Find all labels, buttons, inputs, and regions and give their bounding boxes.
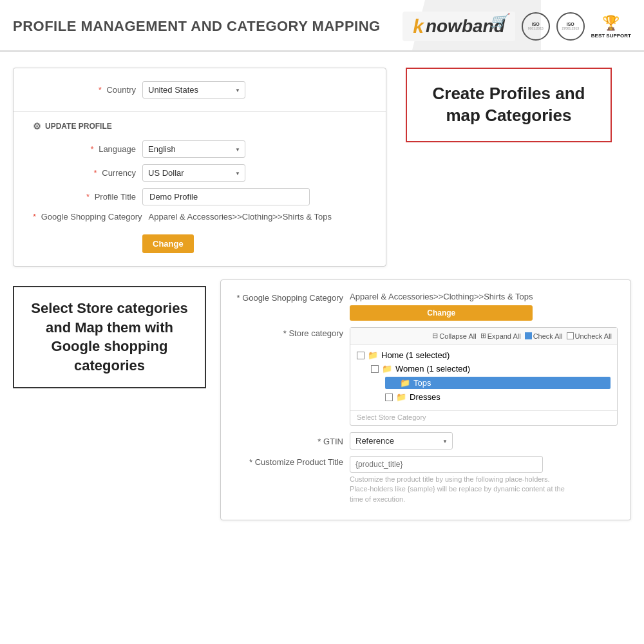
iso-badge-2: ISO 27001:2013 [556, 12, 585, 41]
country-label: * Country [33, 85, 136, 95]
page-header: PROFILE MANAGEMENT AND CATEGORY MAPPING … [0, 0, 644, 52]
iso-badge-1: ISO 9001:2015 [522, 12, 550, 41]
bottom-store-cat-row: * Store category ⊟ Collapse All ⊞ Expand… [234, 327, 618, 426]
top-section: * Country United States ⚙ UPDATE PROFILE [13, 68, 631, 267]
collapse-icon: ⊟ [432, 332, 438, 340]
country-row: * Country United States [14, 68, 386, 112]
cat-folder-home-icon: 📁 [368, 350, 378, 360]
customize-label: * Customize Product Title [234, 456, 343, 467]
cat-label-women: Women (1 selected) [395, 364, 470, 374]
update-header: ⚙ UPDATE PROFILE [33, 121, 366, 131]
bottom-section: Select Store categories and Map them wit… [13, 279, 631, 520]
header-logos: knowband 🛒 ISO 9001:2015 ISO 27001:2013 … [402, 12, 631, 41]
profile-title-row: * Profile Title [33, 188, 366, 205]
currency-label: * Currency [33, 168, 136, 178]
profile-title-input[interactable] [142, 188, 310, 205]
cat-women-sub: 📁 Tops 📁 Dresses [371, 377, 611, 402]
google-cat-label-top: * Google Shopping Category [33, 212, 142, 222]
currency-select[interactable]: US Dollar Euro [142, 164, 245, 182]
gear-icon: ⚙ [33, 121, 41, 131]
cart-icon: 🛒 [490, 13, 507, 30]
cat-label-dresses: Dresses [410, 392, 440, 402]
store-cat-toolbar: ⊟ Collapse All ⊞ Expand All Check All [350, 328, 617, 345]
customize-row: * Customize Product Title Customize the … [234, 456, 618, 504]
google-cat-row-top: * Google Shopping Category Apparel & Acc… [33, 212, 366, 222]
change-button-top[interactable]: Change [142, 234, 194, 253]
bottom-google-cat-content: Apparel & Accessories>>Clothing>>Shirts … [350, 292, 533, 321]
cat-cb-tops[interactable] [389, 379, 397, 387]
best-support-badge: 🏆 BEST SUPPORT [591, 15, 631, 39]
gtin-row: * GTIN Reference EAN UPC [234, 432, 618, 450]
cat-item-women[interactable]: 📁 Women (1 selected) [371, 363, 611, 374]
create-profiles-box: Create Profiles and map Categories [406, 68, 612, 142]
cat-cb-home[interactable] [357, 352, 365, 359]
language-select-wrapper[interactable]: English French Spanish [142, 140, 245, 158]
bottom-google-cat-label: * Google Shopping Category [234, 292, 343, 303]
profile-card: * Country United States ⚙ UPDATE PROFILE [13, 68, 386, 267]
change-button-bottom[interactable]: Change [350, 305, 533, 321]
select-store-box: Select Store categories and Map them wit… [13, 286, 206, 388]
select-store-text: Select Store categories and Map them wit… [28, 299, 191, 375]
cat-women-group: 📁 Women (1 selected) 📁 Tops [357, 363, 611, 402]
cat-label-tops: Tops [413, 378, 431, 388]
customize-hint: Customize the product title by using the… [350, 475, 569, 504]
knowband-logo: knowband 🛒 [402, 12, 515, 41]
cat-cb-women[interactable] [371, 365, 379, 373]
expand-all-btn[interactable]: ⊞ Expand All [480, 332, 521, 340]
uncheck-all-checkbox [567, 332, 574, 339]
country-select[interactable]: United States [142, 81, 245, 99]
store-cat-container: ⊟ Collapse All ⊞ Expand All Check All [350, 327, 618, 426]
customize-input[interactable] [350, 456, 543, 473]
change-btn-row: Change [33, 228, 366, 253]
check-all-checkbox [525, 332, 532, 339]
cat-item-dresses[interactable]: 📁 Dresses [385, 392, 611, 402]
update-section: ⚙ UPDATE PROFILE * Language English [14, 112, 386, 266]
collapse-all-btn[interactable]: ⊟ Collapse All [432, 332, 476, 340]
page-title: PROFILE MANAGEMENT AND CATEGORY MAPPING [13, 18, 381, 35]
bottom-google-cat-value: Apparel & Accessories>>Clothing>>Shirts … [350, 292, 533, 301]
country-form-row: * Country United States [33, 81, 366, 99]
cat-folder-tops-icon: 📁 [400, 378, 410, 388]
language-select[interactable]: English French Spanish [142, 140, 245, 158]
create-profiles-text: Create Profiles and map Categories [426, 83, 591, 127]
logo-k: k [413, 15, 424, 37]
uncheck-all-btn[interactable]: Uncheck All [567, 332, 612, 340]
cat-cb-dresses[interactable] [385, 393, 393, 401]
country-select-wrapper[interactable]: United States [142, 81, 245, 99]
gtin-select[interactable]: Reference EAN UPC [350, 432, 453, 450]
expand-icon: ⊞ [480, 332, 486, 340]
currency-select-wrapper[interactable]: US Dollar Euro [142, 164, 245, 182]
google-cat-value-top: Apparel & Accessories>>Clothing>>Shirts … [149, 212, 332, 222]
bottom-google-cat-row: * Google Shopping Category Apparel & Acc… [234, 292, 618, 321]
customize-content: Customize the product title by using the… [350, 456, 569, 504]
gtin-select-wrapper[interactable]: Reference EAN UPC [350, 432, 453, 450]
check-all-btn[interactable]: Check All [525, 332, 563, 340]
cat-item-home[interactable]: 📁 Home (1 selected) [357, 350, 611, 361]
trophy-icon: 🏆 [602, 15, 620, 32]
cat-item-tops[interactable]: 📁 Tops [385, 377, 611, 389]
language-label: * Language [33, 144, 136, 154]
profile-title-label: * Profile Title [33, 192, 136, 202]
currency-row: * Currency US Dollar Euro [33, 164, 366, 182]
select-store-category-label: Select Store Category [350, 410, 617, 425]
gtin-label: * GTIN [234, 435, 343, 446]
category-tree: 📁 Home (1 selected) 📁 Women (1 selected) [350, 345, 617, 410]
language-row: * Language English French Spanish [33, 140, 366, 158]
cat-folder-women-icon: 📁 [382, 364, 392, 374]
cat-folder-dresses-icon: 📁 [396, 392, 406, 402]
bottom-card: * Google Shopping Category Apparel & Acc… [220, 279, 631, 520]
main-content: * Country United States ⚙ UPDATE PROFILE [0, 52, 644, 533]
cat-label-home: Home (1 selected) [381, 350, 450, 360]
update-profile-form: * Language English French Spanish [33, 140, 366, 253]
country-required: * [99, 85, 102, 95]
bottom-store-cat-label: * Store category [234, 327, 343, 338]
